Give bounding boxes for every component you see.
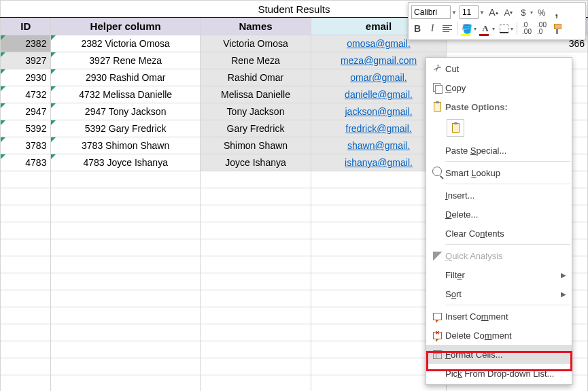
- email-link[interactable]: shawn@gmail.: [347, 140, 410, 151]
- email-link[interactable]: meza@gmail.com: [341, 55, 417, 66]
- cell-name[interactable]: Rene Meza: [200, 52, 311, 69]
- cell-empty[interactable]: [200, 256, 311, 273]
- cell-helper[interactable]: 3783 Shimon Shawn: [51, 137, 200, 154]
- decrease-decimal-icon[interactable]: .00.0: [536, 22, 548, 35]
- cell-empty[interactable]: [1, 375, 51, 392]
- menu-delete[interactable]: Delete...: [426, 205, 572, 224]
- cell-id[interactable]: 3927: [1, 52, 51, 69]
- cell-empty[interactable]: [51, 324, 200, 341]
- cell-empty[interactable]: [51, 290, 200, 307]
- header-helper[interactable]: Helper column: [51, 18, 200, 35]
- cell-name[interactable]: Victoria Omosa: [200, 35, 311, 52]
- font-name-input[interactable]: [411, 5, 451, 19]
- menu-sort[interactable]: Sort▶: [426, 284, 572, 303]
- cell-id[interactable]: 5392: [1, 120, 51, 137]
- format-painter-icon[interactable]: [551, 22, 563, 35]
- cell-empty[interactable]: [200, 375, 311, 392]
- menu-copy[interactable]: Copy: [426, 78, 572, 97]
- email-link[interactable]: danielle@gmail.: [345, 89, 413, 100]
- cell-id[interactable]: 4783: [1, 154, 51, 171]
- cell-id[interactable]: 2947: [1, 103, 51, 120]
- cell-empty[interactable]: [1, 256, 51, 273]
- menu-insert[interactable]: Insert...: [426, 186, 572, 205]
- bold-button[interactable]: B: [411, 22, 423, 35]
- cell-empty[interactable]: [200, 324, 311, 341]
- cell-empty[interactable]: [200, 341, 311, 358]
- cell-id[interactable]: 3783: [1, 137, 51, 154]
- menu-format-cells[interactable]: Format Cells...: [426, 345, 572, 364]
- increase-font-icon[interactable]: A▴: [487, 5, 500, 19]
- currency-icon[interactable]: $: [517, 5, 530, 19]
- cell-empty[interactable]: [51, 358, 200, 375]
- menu-smart-lookup[interactable]: Smart Lookup: [426, 163, 572, 182]
- cell-empty[interactable]: [1, 188, 51, 205]
- cell-helper[interactable]: 4783 Joyce Ishanya: [51, 154, 200, 171]
- cell-empty[interactable]: [200, 239, 311, 256]
- cell-helper[interactable]: 2930 Rashid Omar: [51, 69, 200, 86]
- cell-name[interactable]: Tony Jackson: [200, 103, 311, 120]
- paste-option-default[interactable]: [447, 119, 464, 137]
- cell-empty[interactable]: [200, 290, 311, 307]
- chevron-down-icon[interactable]: ▾: [530, 10, 533, 16]
- cell-empty[interactable]: [1, 358, 51, 375]
- decrease-font-icon[interactable]: A▾: [502, 5, 515, 19]
- cell-name[interactable]: Shimon Shawn: [200, 137, 311, 154]
- cell-id[interactable]: 2382: [1, 35, 51, 52]
- cell-helper[interactable]: 3927 Rene Meza: [51, 52, 200, 69]
- cell-helper[interactable]: 4732 Melissa Danielle: [51, 86, 200, 103]
- chevron-down-icon[interactable]: ▼: [451, 10, 457, 16]
- cell-empty[interactable]: [51, 205, 200, 222]
- cell-empty[interactable]: [200, 273, 311, 290]
- cell-empty[interactable]: [200, 205, 311, 222]
- menu-insert-comment[interactable]: Insert Comment: [426, 307, 572, 326]
- email-link[interactable]: jackson@gmail.: [345, 106, 413, 117]
- menu-clear-contents[interactable]: Clear Contents: [426, 224, 572, 243]
- cell-empty[interactable]: [1, 171, 51, 188]
- font-color-icon[interactable]: A: [479, 22, 491, 35]
- menu-delete-comment[interactable]: Delete Comment: [426, 326, 572, 345]
- header-names[interactable]: Names: [200, 18, 311, 35]
- cell-empty[interactable]: [1, 341, 51, 358]
- cell-empty[interactable]: [200, 188, 311, 205]
- cell-empty[interactable]: [51, 307, 200, 324]
- cell-helper[interactable]: 2382 Victoria Omosa: [51, 35, 200, 52]
- cell-name[interactable]: Joyce Ishanya: [200, 154, 311, 171]
- menu-pick-from-list[interactable]: Pick From Drop-down List...: [426, 364, 572, 383]
- cell-empty[interactable]: [51, 239, 200, 256]
- cell-empty[interactable]: [51, 273, 200, 290]
- fill-color-icon[interactable]: 🪣: [461, 22, 473, 35]
- cell-empty[interactable]: [1, 205, 51, 222]
- chevron-down-icon[interactable]: ▾: [474, 26, 477, 32]
- percent-icon[interactable]: %: [536, 5, 548, 19]
- cell-empty[interactable]: [1, 307, 51, 324]
- cell-empty[interactable]: [200, 171, 311, 188]
- email-link[interactable]: omosa@gmail.: [347, 38, 411, 49]
- cell-name[interactable]: Rashid Omar: [200, 69, 311, 86]
- increase-decimal-icon[interactable]: .0.00: [521, 22, 533, 35]
- cell-id[interactable]: 2930: [1, 69, 51, 86]
- chevron-down-icon[interactable]: ▾: [492, 26, 495, 32]
- align-icon[interactable]: [441, 22, 453, 35]
- cell-empty[interactable]: [51, 171, 200, 188]
- font-size-input[interactable]: [460, 5, 479, 19]
- menu-filter[interactable]: Filter▶: [426, 265, 572, 284]
- cell-name[interactable]: Gary Fredrick: [200, 120, 311, 137]
- email-link[interactable]: fredrick@gmail.: [345, 123, 411, 134]
- cell-empty[interactable]: [1, 290, 51, 307]
- cell-empty[interactable]: [1, 222, 51, 239]
- italic-button[interactable]: I: [426, 22, 438, 35]
- chevron-down-icon[interactable]: ▼: [479, 10, 485, 16]
- cell-empty[interactable]: [1, 324, 51, 341]
- cell-empty[interactable]: [51, 222, 200, 239]
- cell-empty[interactable]: [200, 307, 311, 324]
- cell-empty[interactable]: [51, 188, 200, 205]
- header-id[interactable]: ID: [1, 18, 51, 35]
- email-link[interactable]: ishanya@gmail.: [345, 157, 413, 168]
- chevron-down-icon[interactable]: ▾: [511, 26, 513, 32]
- cell-empty[interactable]: [51, 341, 200, 358]
- cell-helper[interactable]: 5392 Gary Fredrick: [51, 120, 200, 137]
- cell-empty[interactable]: [200, 358, 311, 375]
- cell-empty[interactable]: [1, 239, 51, 256]
- cell-empty[interactable]: [51, 375, 200, 392]
- borders-icon[interactable]: [498, 22, 510, 35]
